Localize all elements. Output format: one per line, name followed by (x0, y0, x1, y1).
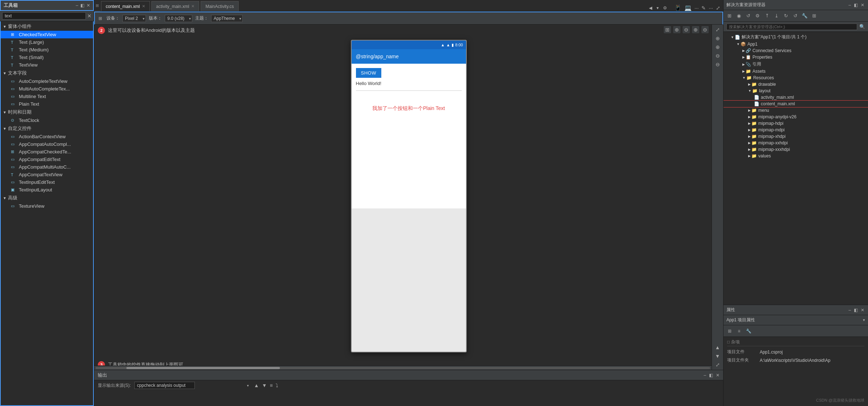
right-zoom2-icon[interactable]: ⊕ (716, 44, 720, 50)
zoom-actual-icon[interactable]: ⊕ (673, 26, 680, 33)
sol-item-resources[interactable]: ▼ 📁 Resources (724, 75, 868, 81)
item-checkedtextview[interactable]: ⊞ CheckedTextView (1, 31, 93, 38)
sol-item-content-main[interactable]: 1 📄 content_main.xml (724, 101, 868, 107)
section-window-widgets[interactable]: ▼ 窗体小组件 (1, 22, 93, 31)
toolbox-search-clear[interactable]: ✕ (87, 13, 92, 19)
sol-tb-stop[interactable]: ↺ (791, 12, 800, 20)
output-close-icon[interactable]: ✕ (716, 373, 720, 378)
sol-tb-expand-all[interactable]: ⊞ (810, 12, 818, 20)
sol-item-mipmap-xxxhdpi[interactable]: ▶ 📁 mipmap-xxxhdpi (724, 146, 868, 153)
panel-pin-icon[interactable]: – (848, 2, 852, 8)
item-textinput-edit[interactable]: ▭ TextInputEditText (1, 178, 93, 186)
sol-item-menu[interactable]: ▶ 📁 menu (724, 107, 868, 114)
tab-content-main[interactable]: content_main.xml ✕ (101, 1, 150, 11)
item-text-medium[interactable]: T Text (Medium) (1, 46, 93, 54)
right-zoom-icon[interactable]: ⊕ (716, 35, 720, 41)
item-appcompat-multiauto[interactable]: ▭ AppCompatMultiAutoC... (1, 163, 93, 171)
sol-item-mipmap-xxhdpi[interactable]: ▶ 📁 mipmap-xxhdpi (724, 140, 868, 146)
sol-tb-refresh2[interactable]: ↻ (781, 12, 790, 20)
item-appcompat-edit[interactable]: ▭ AppCompatEditText (1, 156, 93, 163)
item-appcompat-checked[interactable]: ⊞ AppCompatCheckedTe... (1, 148, 93, 156)
toolbox-search-input[interactable] (2, 12, 86, 20)
item-autocomplete[interactable]: ▭ AutoCompleteTextView (1, 77, 93, 85)
attr-dock-icon[interactable]: ◧ (853, 307, 859, 313)
output-source-dropdown[interactable]: cppcheck analysis output (134, 382, 195, 389)
item-appcompat-auto[interactable]: ▭ AppCompatAutoCompl... (1, 140, 93, 148)
right-scroll-bottom[interactable]: ▼ (715, 353, 720, 359)
zoom-minus-icon[interactable]: ⊖ (701, 26, 709, 33)
section-text-fields[interactable]: ▼ 文本字段 (1, 69, 93, 77)
attr-tb-grid[interactable]: ⊞ (726, 327, 734, 335)
right-expand-icon[interactable]: ⤢ (716, 27, 720, 33)
section-datetime[interactable]: ▼ 时间和日期 (1, 108, 93, 117)
tab-mainactivity[interactable]: MainActivity.cs (201, 1, 238, 11)
attr-tb-wrench[interactable]: 🔧 (745, 327, 752, 335)
sol-item-connected-services[interactable]: ▶ 🔗 Connected Services (724, 47, 868, 54)
sol-item-assets[interactable]: ▶ 📁 Assets (724, 68, 868, 75)
attr-pin-icon[interactable]: – (848, 307, 852, 313)
sol-item-mipmap-hdpi[interactable]: ▶ 📁 mipmap-hdpi (724, 120, 868, 127)
sol-item-properties[interactable]: ▶ 📋 Properties (724, 54, 868, 60)
device-dropdown[interactable]: Pixel 2 (122, 15, 146, 22)
version-dropdown[interactable]: 9.0 (v28) (165, 15, 192, 22)
settings-icon[interactable]: ⚙ (662, 5, 668, 11)
right-scroll-top[interactable]: ▲ (715, 344, 720, 350)
sol-item-solution[interactable]: ▼ 📄 解决方案"App1"(1 个项目/共 1 个) (724, 33, 868, 41)
tab-close[interactable]: ✕ (142, 4, 145, 9)
item-textview[interactable]: T TextView (1, 61, 93, 69)
item-actionbar[interactable]: ▭ ActionBarContextView (1, 133, 93, 140)
expand-icon[interactable]: ⤢ (716, 5, 720, 11)
toolbox-dock-icon[interactable]: ◧ (80, 3, 84, 8)
right-expand-icon2[interactable]: ⤢ (716, 362, 720, 368)
toolbox-close-icon[interactable]: ✕ (87, 3, 90, 8)
tab-activity-main[interactable]: activity_main.xml ✕ (151, 1, 199, 11)
sol-tb-refresh[interactable]: ↺ (744, 12, 752, 20)
sol-item-layout[interactable]: ▼ 📁 layout (724, 88, 868, 94)
item-plain-text[interactable]: ▭ Plain Text (1, 100, 93, 108)
zoom-in-icon[interactable]: ⊕ (692, 26, 699, 33)
solution-search-button[interactable]: 🔍 (859, 24, 865, 29)
right-zoom-full-icon[interactable]: ⊖ (716, 62, 720, 67)
zoom-out-icon[interactable]: ⊖ (683, 26, 690, 33)
item-text-small[interactable]: T Text (Small) (1, 54, 93, 61)
section-custom-controls[interactable]: ▼ 自定义控件 (1, 124, 93, 133)
attr-tb-list[interactable]: ≡ (735, 327, 743, 335)
panel-dock-icon[interactable]: ◧ (853, 2, 859, 8)
sol-tb-show-all[interactable]: ◉ (734, 12, 743, 20)
horizontal-scrollbar[interactable] (94, 365, 712, 370)
sol-tb-forward[interactable]: ⤓ (772, 12, 781, 20)
right-zoom-out-icon[interactable]: ⊖ (716, 53, 720, 59)
sol-item-activity-main[interactable]: 📄 activity_main.xml (724, 94, 868, 101)
theme-dropdown[interactable]: AppTheme (211, 15, 243, 22)
item-text-large[interactable]: T Text (Large) (1, 38, 93, 46)
phone-icon[interactable]: 📱 (674, 4, 682, 11)
tab-close[interactable]: ✕ (191, 4, 194, 9)
output-word-wrap-btn[interactable]: ⤵ (276, 382, 278, 388)
sol-item-app1[interactable]: ▼ 📦 App1 (724, 41, 868, 47)
sol-item-mipmap-anydpi[interactable]: ▶ 📁 mipmap-anydpi-v26 (724, 114, 868, 120)
pencil-icon[interactable]: ✎ (701, 5, 706, 11)
attr-dropdown-arrow[interactable]: ▾ (863, 318, 865, 322)
more-btn[interactable]: ··· (709, 5, 713, 11)
section-advanced[interactable]: ▼ 高级 (1, 194, 93, 202)
sol-item-values[interactable]: ▶ 📁 values (724, 153, 868, 159)
output-pin-icon[interactable]: – (704, 373, 706, 378)
attr-close-icon[interactable]: ✕ (860, 307, 865, 313)
output-up-btn[interactable]: ▲ (254, 382, 259, 388)
item-multiauto[interactable]: ▭ MultiAutoCompleteTex... (1, 85, 93, 93)
phone-show-button[interactable]: SHOW (356, 68, 381, 78)
sol-item-drawable[interactable]: ▶ 📁 drawable (724, 81, 868, 88)
sol-tb-back[interactable]: ⤒ (763, 12, 771, 20)
panel-close-icon[interactable]: ✕ (860, 2, 865, 8)
tablet-icon[interactable]: 💻 (684, 4, 692, 11)
tab-scroll-left[interactable]: ◀ (647, 5, 654, 11)
sol-item-mipmap-mdpi[interactable]: ▶ 📁 mipmap-mdpi (724, 127, 868, 133)
sol-item-mipmap-xhdpi[interactable]: ▶ 📁 mipmap-xhdpi (724, 133, 868, 140)
output-clear-btn[interactable]: ≡ (270, 382, 273, 388)
tab-dropdown[interactable]: ▾ (655, 5, 660, 11)
sol-item-references[interactable]: ▶ 📎 引用 (724, 60, 868, 68)
item-multiline[interactable]: ▭ Multiline Text (1, 93, 93, 100)
solution-search-input[interactable] (726, 24, 857, 30)
item-textinput-layout[interactable]: ▣ TextInputLayout (1, 186, 93, 194)
toolbox-pin-icon[interactable]: – (76, 3, 78, 8)
